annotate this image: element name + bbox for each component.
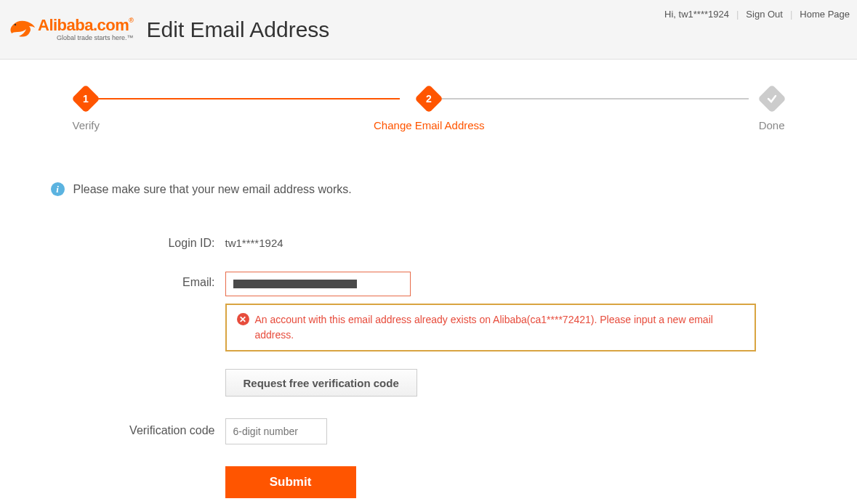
header-right-nav: Hi, tw1****1924 | Sign Out | Home Page — [664, 9, 850, 20]
header-bar: Alibaba.com® Global trade starts here.™ … — [0, 0, 857, 60]
separator: | — [790, 9, 792, 20]
info-icon: i — [51, 182, 65, 196]
step-line-1 — [94, 98, 400, 99]
alibaba-logo[interactable]: Alibaba.com® Global trade starts here.™ — [7, 17, 134, 41]
step-3-marker — [757, 84, 786, 113]
submit-button[interactable]: Submit — [225, 466, 356, 498]
page-title: Edit Email Address — [147, 17, 330, 42]
error-text: An account with this email address alrea… — [255, 312, 744, 343]
email-row: Email: ✕ An account with this email addr… — [124, 272, 807, 351]
request-code-row: Request free verification code — [124, 369, 807, 397]
step-1-number: 1 — [83, 93, 89, 105]
progress-steps: 1 Verify 2 Change Email Address Done — [51, 89, 807, 131]
verification-code-label: Verification code — [124, 418, 225, 437]
email-label: Email: — [124, 272, 225, 289]
alibaba-logo-icon — [7, 17, 38, 41]
step-1-label: Verify — [73, 119, 100, 131]
verification-code-row: Verification code — [124, 418, 807, 444]
check-icon — [767, 94, 777, 104]
login-id-row: Login ID: tw1****1924 — [124, 232, 807, 250]
step-2-number: 2 — [426, 93, 432, 105]
step-done: Done — [759, 89, 785, 131]
info-message: i Please make sure that your new email a… — [51, 182, 807, 196]
home-page-link[interactable]: Home Page — [800, 9, 850, 20]
step-verify: 1 Verify — [73, 89, 100, 131]
submit-row: Submit — [124, 466, 807, 498]
logo-text-com: .com — [93, 17, 129, 33]
login-id-value: tw1****1924 — [225, 232, 283, 249]
step-1-marker: 1 — [71, 84, 100, 113]
verification-code-input[interactable] — [225, 418, 327, 444]
redacted-email-value — [233, 280, 357, 288]
logo-text-main: Alibaba — [38, 17, 93, 33]
step-3-label: Done — [759, 119, 785, 131]
svg-point-0 — [15, 24, 16, 25]
error-message-box: ✕ An account with this email address alr… — [225, 304, 756, 351]
main-content: 1 Verify 2 Change Email Address Done i P… — [51, 60, 807, 498]
step-2-marker: 2 — [415, 84, 444, 113]
error-icon: ✕ — [237, 313, 249, 325]
step-2-label: Change Email Address — [374, 119, 485, 131]
email-field[interactable] — [225, 272, 411, 296]
logo-registered: ® — [129, 17, 133, 24]
request-code-button[interactable]: Request free verification code — [225, 369, 417, 397]
email-form: Login ID: tw1****1924 Email: ✕ An accoun… — [51, 232, 807, 498]
step-change-email: 2 Change Email Address — [356, 89, 502, 131]
separator: | — [736, 9, 739, 20]
logo-tagline: Global trade starts here.™ — [57, 35, 134, 41]
sign-out-link[interactable]: Sign Out — [746, 9, 783, 20]
info-text: Please make sure that your new email add… — [73, 183, 352, 196]
login-id-label: Login ID: — [124, 232, 225, 250]
user-greeting: Hi, tw1****1924 — [664, 9, 729, 20]
